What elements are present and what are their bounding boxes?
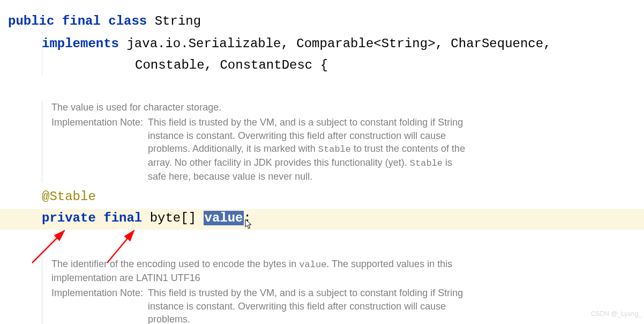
semicolon: ; [244,211,251,225]
javadoc-value-field: The value is used for character storage.… [42,101,481,183]
doc2-body: This field is trusted by the VM, and is … [148,286,469,324]
code-line-implements: implements java.io.Serializable, Compara… [42,33,631,55]
keyword-class: class [108,14,147,28]
keyword-private: private [42,211,96,225]
doc2-summary: The identifier of the encoding used to e… [51,257,459,284]
type-byte-array: byte[] [150,211,196,225]
doc2-p1-code: value [299,260,326,270]
keyword-final: final [62,14,101,28]
doc1-stable2: Stable [410,158,443,168]
doc1-stable1: Stable [318,144,351,154]
code-line-annotation: @Stable [42,189,96,204]
watermark: CSDN @_Lyang_ [591,310,642,318]
annotation-stable: @Stable [42,189,96,204]
doc1-summary: The value is used for character storage. [51,101,481,114]
doc1-body: This field is trusted by the VM, and is … [148,116,469,183]
doc1-label: Implementation Note: [51,116,148,129]
doc2-label: Implementation Note: [51,286,148,299]
code-line-implements-cont: Constable, ConstantDesc { [135,55,328,77]
keyword-final-2: final [103,211,142,225]
code-line-class-decl: public final class String [8,11,201,33]
keyword-public: public [8,14,54,28]
implements-types-a: java.io.Serializable, Comparable<String>… [126,36,551,51]
javadoc-coder-field: The identifier of the encoding used to e… [42,257,481,324]
keyword-implements: implements [42,36,119,51]
selected-identifier-value[interactable]: value [204,211,243,225]
code-line-field-decl[interactable]: private final byte[] value; [42,211,251,225]
type-string: String [155,14,201,28]
implements-types-b: Constable, ConstantDesc { [135,58,328,72]
doc2-p1-a: The identifier of the encoding used to e… [51,259,299,269]
